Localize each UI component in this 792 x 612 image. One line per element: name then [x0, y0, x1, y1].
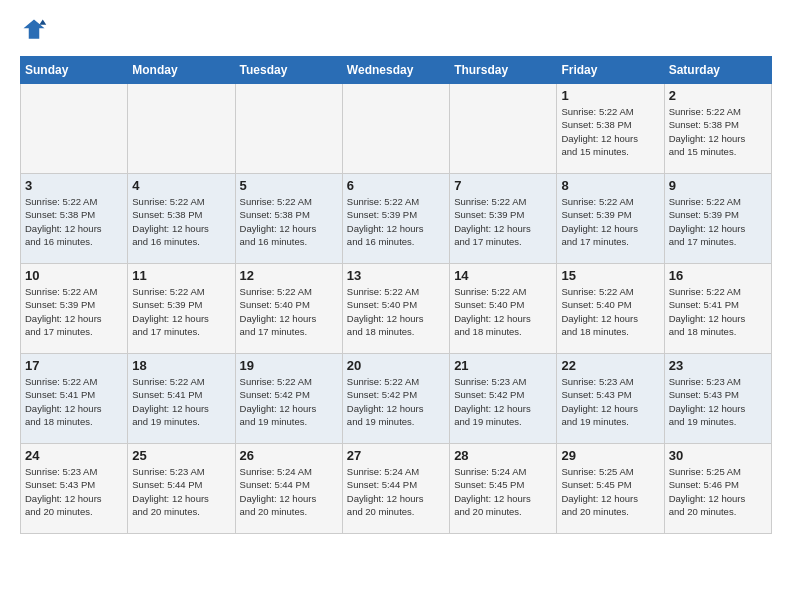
- calendar-cell: 26Sunrise: 5:24 AM Sunset: 5:44 PM Dayli…: [235, 444, 342, 534]
- calendar-week-row: 3Sunrise: 5:22 AM Sunset: 5:38 PM Daylig…: [21, 174, 772, 264]
- day-info: Sunrise: 5:22 AM Sunset: 5:39 PM Dayligh…: [669, 195, 767, 248]
- calendar-cell: 14Sunrise: 5:22 AM Sunset: 5:40 PM Dayli…: [450, 264, 557, 354]
- day-info: Sunrise: 5:23 AM Sunset: 5:42 PM Dayligh…: [454, 375, 552, 428]
- day-number: 30: [669, 448, 767, 463]
- day-number: 5: [240, 178, 338, 193]
- day-number: 8: [561, 178, 659, 193]
- calendar-cell: 21Sunrise: 5:23 AM Sunset: 5:42 PM Dayli…: [450, 354, 557, 444]
- calendar-cell: 22Sunrise: 5:23 AM Sunset: 5:43 PM Dayli…: [557, 354, 664, 444]
- calendar-cell: 11Sunrise: 5:22 AM Sunset: 5:39 PM Dayli…: [128, 264, 235, 354]
- day-number: 21: [454, 358, 552, 373]
- day-info: Sunrise: 5:23 AM Sunset: 5:44 PM Dayligh…: [132, 465, 230, 518]
- logo: [20, 16, 52, 44]
- weekday-header-thursday: Thursday: [450, 57, 557, 84]
- day-info: Sunrise: 5:22 AM Sunset: 5:38 PM Dayligh…: [25, 195, 123, 248]
- day-info: Sunrise: 5:24 AM Sunset: 5:44 PM Dayligh…: [347, 465, 445, 518]
- calendar-cell: 30Sunrise: 5:25 AM Sunset: 5:46 PM Dayli…: [664, 444, 771, 534]
- calendar-cell: 23Sunrise: 5:23 AM Sunset: 5:43 PM Dayli…: [664, 354, 771, 444]
- day-info: Sunrise: 5:22 AM Sunset: 5:42 PM Dayligh…: [347, 375, 445, 428]
- day-info: Sunrise: 5:25 AM Sunset: 5:46 PM Dayligh…: [669, 465, 767, 518]
- day-info: Sunrise: 5:22 AM Sunset: 5:41 PM Dayligh…: [132, 375, 230, 428]
- day-number: 26: [240, 448, 338, 463]
- day-number: 12: [240, 268, 338, 283]
- day-number: 18: [132, 358, 230, 373]
- day-number: 16: [669, 268, 767, 283]
- calendar-cell: 7Sunrise: 5:22 AM Sunset: 5:39 PM Daylig…: [450, 174, 557, 264]
- day-number: 22: [561, 358, 659, 373]
- header: [20, 16, 772, 44]
- day-number: 28: [454, 448, 552, 463]
- weekday-header-friday: Friday: [557, 57, 664, 84]
- calendar-cell: [342, 84, 449, 174]
- calendar-week-row: 1Sunrise: 5:22 AM Sunset: 5:38 PM Daylig…: [21, 84, 772, 174]
- weekday-header-row: SundayMondayTuesdayWednesdayThursdayFrid…: [21, 57, 772, 84]
- weekday-header-saturday: Saturday: [664, 57, 771, 84]
- calendar-cell: 15Sunrise: 5:22 AM Sunset: 5:40 PM Dayli…: [557, 264, 664, 354]
- calendar-cell: 29Sunrise: 5:25 AM Sunset: 5:45 PM Dayli…: [557, 444, 664, 534]
- calendar-cell: 28Sunrise: 5:24 AM Sunset: 5:45 PM Dayli…: [450, 444, 557, 534]
- day-number: 17: [25, 358, 123, 373]
- calendar-cell: 18Sunrise: 5:22 AM Sunset: 5:41 PM Dayli…: [128, 354, 235, 444]
- day-number: 13: [347, 268, 445, 283]
- day-number: 27: [347, 448, 445, 463]
- day-info: Sunrise: 5:22 AM Sunset: 5:40 PM Dayligh…: [347, 285, 445, 338]
- calendar-cell: 8Sunrise: 5:22 AM Sunset: 5:39 PM Daylig…: [557, 174, 664, 264]
- calendar-cell: [128, 84, 235, 174]
- svg-marker-1: [39, 20, 46, 25]
- weekday-header-sunday: Sunday: [21, 57, 128, 84]
- calendar-cell: 3Sunrise: 5:22 AM Sunset: 5:38 PM Daylig…: [21, 174, 128, 264]
- day-info: Sunrise: 5:22 AM Sunset: 5:39 PM Dayligh…: [132, 285, 230, 338]
- calendar-header: SundayMondayTuesdayWednesdayThursdayFrid…: [21, 57, 772, 84]
- day-info: Sunrise: 5:23 AM Sunset: 5:43 PM Dayligh…: [561, 375, 659, 428]
- calendar: SundayMondayTuesdayWednesdayThursdayFrid…: [20, 56, 772, 534]
- day-info: Sunrise: 5:22 AM Sunset: 5:41 PM Dayligh…: [669, 285, 767, 338]
- day-number: 2: [669, 88, 767, 103]
- day-number: 11: [132, 268, 230, 283]
- calendar-cell: 20Sunrise: 5:22 AM Sunset: 5:42 PM Dayli…: [342, 354, 449, 444]
- day-number: 25: [132, 448, 230, 463]
- day-info: Sunrise: 5:22 AM Sunset: 5:38 PM Dayligh…: [561, 105, 659, 158]
- day-number: 24: [25, 448, 123, 463]
- day-number: 14: [454, 268, 552, 283]
- calendar-cell: 5Sunrise: 5:22 AM Sunset: 5:38 PM Daylig…: [235, 174, 342, 264]
- day-number: 7: [454, 178, 552, 193]
- day-info: Sunrise: 5:25 AM Sunset: 5:45 PM Dayligh…: [561, 465, 659, 518]
- calendar-cell: 1Sunrise: 5:22 AM Sunset: 5:38 PM Daylig…: [557, 84, 664, 174]
- calendar-cell: 27Sunrise: 5:24 AM Sunset: 5:44 PM Dayli…: [342, 444, 449, 534]
- day-number: 6: [347, 178, 445, 193]
- calendar-cell: 19Sunrise: 5:22 AM Sunset: 5:42 PM Dayli…: [235, 354, 342, 444]
- calendar-cell: 24Sunrise: 5:23 AM Sunset: 5:43 PM Dayli…: [21, 444, 128, 534]
- calendar-cell: 9Sunrise: 5:22 AM Sunset: 5:39 PM Daylig…: [664, 174, 771, 264]
- day-info: Sunrise: 5:24 AM Sunset: 5:45 PM Dayligh…: [454, 465, 552, 518]
- calendar-cell: [450, 84, 557, 174]
- calendar-body: 1Sunrise: 5:22 AM Sunset: 5:38 PM Daylig…: [21, 84, 772, 534]
- day-number: 9: [669, 178, 767, 193]
- day-info: Sunrise: 5:22 AM Sunset: 5:38 PM Dayligh…: [240, 195, 338, 248]
- calendar-cell: 10Sunrise: 5:22 AM Sunset: 5:39 PM Dayli…: [21, 264, 128, 354]
- calendar-week-row: 17Sunrise: 5:22 AM Sunset: 5:41 PM Dayli…: [21, 354, 772, 444]
- day-number: 29: [561, 448, 659, 463]
- day-info: Sunrise: 5:22 AM Sunset: 5:40 PM Dayligh…: [240, 285, 338, 338]
- day-info: Sunrise: 5:22 AM Sunset: 5:38 PM Dayligh…: [132, 195, 230, 248]
- calendar-cell: 12Sunrise: 5:22 AM Sunset: 5:40 PM Dayli…: [235, 264, 342, 354]
- day-info: Sunrise: 5:22 AM Sunset: 5:42 PM Dayligh…: [240, 375, 338, 428]
- day-info: Sunrise: 5:22 AM Sunset: 5:39 PM Dayligh…: [561, 195, 659, 248]
- day-number: 1: [561, 88, 659, 103]
- calendar-cell: 25Sunrise: 5:23 AM Sunset: 5:44 PM Dayli…: [128, 444, 235, 534]
- day-info: Sunrise: 5:23 AM Sunset: 5:43 PM Dayligh…: [669, 375, 767, 428]
- calendar-cell: [21, 84, 128, 174]
- weekday-header-monday: Monday: [128, 57, 235, 84]
- day-number: 4: [132, 178, 230, 193]
- day-number: 19: [240, 358, 338, 373]
- day-info: Sunrise: 5:22 AM Sunset: 5:40 PM Dayligh…: [454, 285, 552, 338]
- calendar-cell: 4Sunrise: 5:22 AM Sunset: 5:38 PM Daylig…: [128, 174, 235, 264]
- day-number: 15: [561, 268, 659, 283]
- calendar-cell: 17Sunrise: 5:22 AM Sunset: 5:41 PM Dayli…: [21, 354, 128, 444]
- day-info: Sunrise: 5:23 AM Sunset: 5:43 PM Dayligh…: [25, 465, 123, 518]
- weekday-header-tuesday: Tuesday: [235, 57, 342, 84]
- day-info: Sunrise: 5:22 AM Sunset: 5:41 PM Dayligh…: [25, 375, 123, 428]
- calendar-week-row: 10Sunrise: 5:22 AM Sunset: 5:39 PM Dayli…: [21, 264, 772, 354]
- day-info: Sunrise: 5:22 AM Sunset: 5:40 PM Dayligh…: [561, 285, 659, 338]
- weekday-header-wednesday: Wednesday: [342, 57, 449, 84]
- day-number: 23: [669, 358, 767, 373]
